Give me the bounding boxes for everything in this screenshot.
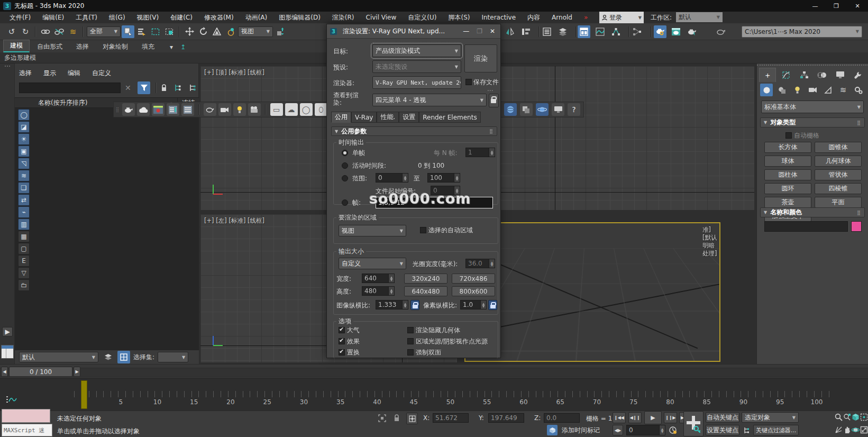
panel-grip[interactable] (757, 65, 868, 66)
next-key-button[interactable]: ❙❙▶ (664, 412, 677, 423)
toolbar-drag-grip[interactable]: ⣿ (116, 107, 120, 112)
object-type-rollout-header[interactable]: ▼ 对象类型 ⣿ (760, 117, 865, 128)
zoom-all-button[interactable] (843, 413, 851, 421)
vray-frame-buffer-icon[interactable] (152, 103, 165, 116)
shapes-sub-tab[interactable] (775, 84, 788, 96)
modify-tab[interactable] (778, 68, 794, 82)
menu-modifiers[interactable]: 修改器(M) (199, 12, 239, 23)
teapot-button[interactable]: 茶壶 (764, 197, 811, 208)
geosphere-button[interactable]: 几何球体 (815, 156, 862, 167)
previous-key-button[interactable]: ◀❙❙ (628, 412, 642, 423)
display-frozen-icon[interactable]: ▢ (18, 243, 30, 254)
box-button[interactable]: 长方体 (764, 142, 811, 153)
isolate-selection-toggle[interactable] (377, 413, 387, 423)
auto-region-checkbox[interactable] (420, 227, 426, 233)
time-slider-marker[interactable] (81, 380, 87, 409)
bind-to-space-warp-icon[interactable]: ≋ (67, 25, 79, 38)
vray-lister-icon[interactable] (167, 103, 179, 116)
rollout-grip-icon[interactable]: ⣿ (857, 120, 861, 125)
set-key-button[interactable]: 设置关键点 (706, 425, 739, 435)
view-to-render-dropdown[interactable]: 四元菜单 4 - 透视 ▼ (372, 94, 487, 106)
window-maximize-button[interactable]: ❐ (826, 0, 847, 12)
explorer-preset-dropdown[interactable]: 默认 ▼ (19, 352, 98, 362)
pyramid-button[interactable]: 四棱锥 (815, 183, 862, 194)
display-cameras-icon[interactable]: ▣ (18, 145, 30, 157)
time-slider-track[interactable] (0, 368, 868, 377)
selection-set-dropdown[interactable]: ▼ (158, 352, 188, 362)
display-space-warps-icon[interactable]: ≋ (18, 170, 30, 181)
go-to-start-button[interactable]: ❙◀◀ (613, 412, 626, 423)
time-configuration-button[interactable] (668, 425, 678, 435)
vray-last-render-icon[interactable] (204, 103, 216, 116)
explorer-search-input[interactable] (19, 83, 121, 93)
display-lights-icon[interactable]: ☀ (18, 133, 30, 145)
window-minimize-button[interactable]: — (805, 0, 826, 12)
pan-view-button[interactable] (843, 426, 851, 434)
vray-sphere-icon[interactable]: ◯ (300, 103, 313, 116)
dialog-minimize-button[interactable]: — (463, 28, 469, 35)
explorer-menu-select[interactable]: 选择 (19, 69, 32, 78)
tab-settings[interactable]: 设置 (399, 112, 419, 123)
create-tab[interactable]: ＋ (759, 68, 776, 82)
menu-content[interactable]: 内容 (522, 12, 545, 23)
unlink-selection-icon[interactable] (53, 25, 66, 38)
rendered-frame-window-button[interactable] (670, 25, 682, 38)
vray-camera-icon[interactable] (218, 103, 231, 116)
set-keys-button[interactable] (683, 411, 703, 436)
menu-overflow-chevron[interactable]: » (579, 13, 593, 22)
maximize-viewport-toggle[interactable] (860, 426, 868, 434)
key-filters-icon[interactable] (742, 425, 752, 435)
tab-common[interactable]: 公用 (331, 112, 351, 123)
menu-animation[interactable]: 动画(A) (240, 12, 273, 23)
render-production-button[interactable] (686, 25, 698, 38)
preset-720x486-button[interactable]: 720x486 (452, 274, 495, 284)
mirror-button[interactable] (504, 25, 516, 38)
menu-rendering[interactable]: 渲染(R) (327, 12, 360, 23)
preset-320x240-button[interactable]: 320x240 (404, 274, 447, 284)
save-file-browse-button[interactable]: ... (487, 85, 493, 93)
orbit-button[interactable] (852, 426, 860, 434)
maxscript-mini-listener-input[interactable]: MAXScript 迷 (2, 424, 52, 436)
displacement-checkbox[interactable] (339, 349, 345, 356)
display-tab[interactable] (832, 68, 848, 82)
workspace-dropdown[interactable]: 默认 ▼ (676, 12, 723, 22)
menu-interactive[interactable]: Interactive (476, 13, 521, 22)
dialog-titlebar[interactable]: 3 渲染设置: V-Ray GPU Next, upd... — ❐ ✕ (327, 24, 500, 39)
y-coord-field[interactable]: 197.649 (488, 413, 524, 423)
expand-hierarchy-icon[interactable] (171, 81, 184, 94)
active-segment-radio[interactable] (342, 162, 348, 169)
rollout-grip-icon[interactable]: ⣿ (489, 129, 494, 134)
image-aspect-lock-button[interactable] (410, 300, 419, 310)
viewport-left-label[interactable]: [+] [左] [标准] [线框] (204, 217, 264, 225)
time-slider-button[interactable]: 0 / 100 (9, 367, 72, 377)
auto-key-button[interactable]: 自动关键点 (706, 412, 739, 423)
render-flyout-icon[interactable] (714, 25, 727, 38)
output-size-mode-dropdown[interactable]: 自定义 ▼ (339, 258, 406, 269)
name-color-rollout-header[interactable]: ▼ 名称和颜色 ⣿ (760, 207, 865, 217)
sphere-button[interactable]: 球体 (764, 156, 811, 167)
zoom-extents-button[interactable] (852, 413, 860, 421)
toggle-scene-explorer-button[interactable] (541, 25, 553, 38)
display-hidden-icon[interactable]: E (18, 255, 30, 267)
field-of-view-button[interactable] (835, 426, 843, 434)
area-lights-checkbox[interactable] (407, 338, 414, 344)
tube-button[interactable]: 管状体 (815, 169, 862, 180)
rectangular-selection-region-button[interactable] (149, 25, 162, 38)
menu-edit[interactable]: 编辑(E) (37, 12, 69, 23)
menu-group[interactable]: 组(G) (104, 12, 131, 23)
width-spinner[interactable]: 640▲▼ (362, 274, 395, 283)
geometry-sub-tab[interactable] (760, 84, 773, 96)
render-hidden-checkbox[interactable] (407, 327, 414, 333)
force-two-sided-checkbox[interactable] (407, 349, 414, 356)
cone-button[interactable]: 圆锥体 (815, 142, 862, 153)
select-and-rotate-button[interactable] (197, 25, 209, 38)
explorer-grid-icon[interactable] (117, 351, 130, 363)
project-folder-field[interactable]: C:\Users\1⋯s Max 2020 ▼ (742, 26, 862, 38)
display-shapes-icon[interactable]: ◪ (18, 121, 30, 133)
trackbar-ruler[interactable]: 0510152025303540455055606570758085909510… (0, 378, 868, 411)
vray-render-teapot-icon[interactable] (122, 103, 135, 116)
preset-dropdown[interactable]: 未选定预设 ▼ (372, 60, 461, 73)
clear-search-icon[interactable]: ✕ (125, 84, 131, 92)
motion-tab[interactable] (814, 68, 830, 82)
maxscript-mini-listener-pink[interactable] (2, 409, 50, 423)
